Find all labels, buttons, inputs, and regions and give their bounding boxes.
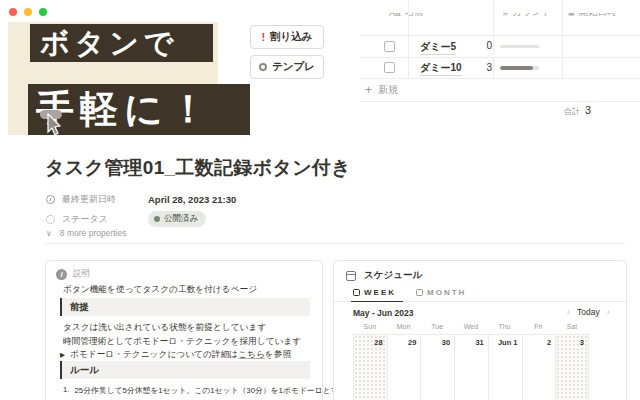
description-callout: i 説明 ボタン機能を使ってタスクの工数を付けるページ 前提 タスクは洗い出され… — [45, 260, 323, 400]
day-header-row: Sun Mon Tue Wed Thu Fri Sat — [353, 323, 589, 330]
schedule-title: スケジュール — [364, 269, 422, 282]
day-header: Wed — [454, 323, 488, 330]
tab-week[interactable]: WEEK — [353, 288, 396, 297]
day-header: Mon — [387, 323, 421, 330]
minimize-window-button[interactable] — [24, 8, 32, 16]
date-label: 28 — [374, 338, 382, 347]
number-column-icon: # — [503, 13, 508, 18]
more-properties-button[interactable]: ∨ 8 more properties — [46, 228, 126, 238]
more-properties-label: 8 more properties — [60, 228, 127, 238]
toggle-link[interactable]: こちら — [238, 349, 265, 359]
aggregate-label: 合計 — [564, 106, 580, 117]
calendar-day-cell[interactable]: 29 — [387, 335, 421, 400]
info-icon: i — [56, 269, 67, 280]
table-header-date: ▦開始日時 — [568, 13, 638, 22]
status-dot-icon — [154, 216, 160, 222]
table-header-row: Aa名前 — [389, 13, 479, 22]
tab-month[interactable]: MONTH — [416, 288, 466, 297]
table-header-count: #カウント — [503, 13, 575, 22]
template-button-label: テンプレ — [272, 60, 315, 74]
toggle-block[interactable]: ▶ ポモドーロ・テクニックについての詳細はこちらを参照 — [60, 349, 291, 361]
exclamation-icon: ! — [261, 31, 265, 43]
interrupt-button-label: 割り込み — [270, 30, 313, 44]
aggregate-value: 3 — [585, 104, 591, 116]
week-tab-icon — [353, 289, 360, 296]
cover-image: ボタンで 手軽に！ — [8, 22, 250, 135]
date-label: 30 — [442, 338, 450, 347]
column-header-startdate[interactable]: 開始日時 — [579, 13, 617, 19]
calendar-icon — [346, 271, 356, 281]
ring-icon — [259, 63, 267, 71]
month-tab-label: MONTH — [427, 288, 466, 297]
next-week-button[interactable]: › — [607, 307, 610, 317]
zoom-window-button[interactable] — [39, 8, 47, 16]
cursor-icon — [36, 108, 70, 135]
schedule-card: スケジュール WEEK MONTH May - Jun 2023 ‹ Today… — [333, 260, 627, 400]
date-column-icon: ▦ — [568, 13, 575, 17]
calendar-day-cell[interactable]: Jun 1 — [488, 335, 522, 400]
calendar-day-cell[interactable]: 2 — [522, 335, 556, 400]
day-header: Thu — [488, 323, 522, 330]
day-header: Sun — [353, 323, 387, 330]
quote-block-premise[interactable]: 前提 — [60, 298, 310, 316]
toggle-text-pre: ポモドーロ・テクニックについての詳細は — [70, 349, 238, 359]
title-column-icon: Aa — [389, 13, 401, 18]
cover-text-line1: ボタンで — [30, 24, 213, 62]
day-header: Tue — [420, 323, 454, 330]
week-grid: 28 29 30 31 Jun 1 2 3 — [353, 334, 589, 400]
status-icon — [46, 215, 55, 224]
quote-block-rules[interactable]: ルール — [60, 361, 310, 379]
column-header-count[interactable]: カウント — [512, 13, 551, 19]
progress-bar — [500, 66, 539, 70]
week-tab-label: WEEK — [364, 288, 396, 297]
status-badge-label: 公開済み — [164, 213, 198, 225]
date-label: 2 — [547, 338, 551, 347]
table-row[interactable]: ダミー5 0 — [360, 35, 640, 57]
table-new-row-button[interactable]: + 新規 — [360, 78, 640, 101]
day-header: Sat — [555, 323, 589, 330]
calendar-range-label: May - Jun 2023 — [353, 308, 413, 318]
month-tab-icon — [416, 289, 423, 296]
tasks-table: Aa名前 #カウント ▦開始日時 ダミー5 0 ダミー10 3 + 新規 合計 — [360, 0, 640, 120]
list-number: 1. — [63, 385, 70, 396]
clock-icon — [46, 195, 55, 204]
chevron-down-icon: ∨ — [46, 229, 52, 238]
table-aggregate[interactable]: 合計 3 — [564, 104, 591, 117]
calendar-day-cell[interactable]: 3 — [555, 335, 589, 400]
callout-intro-text[interactable]: ボタン機能を使ってタスクの工数を付けるページ — [63, 284, 257, 296]
property-row-updated[interactable]: 最終更新日時 April 28, 2023 21:30 — [46, 193, 236, 206]
calendar-day-cell[interactable]: 31 — [454, 335, 488, 400]
page-title[interactable]: タスク管理01_工数記録ボタン付き — [45, 155, 351, 181]
date-label: 3 — [580, 338, 584, 347]
day-header: Fri — [521, 323, 555, 330]
paragraph[interactable]: 時間管理術としてポモドーロ・テクニックを採用しています — [63, 336, 301, 348]
new-row-label: 新規 — [378, 83, 398, 97]
count-value[interactable]: 0 — [450, 40, 492, 51]
count-value[interactable]: 3 — [450, 62, 492, 73]
interrupt-button[interactable]: ! 割り込み — [250, 25, 324, 49]
date-label: Jun 1 — [498, 338, 518, 347]
row-checkbox[interactable] — [384, 62, 395, 73]
template-button[interactable]: テンプレ — [250, 55, 324, 79]
toggle-arrow-icon[interactable]: ▶ — [60, 351, 65, 359]
row-checkbox[interactable] — [384, 41, 395, 52]
today-button[interactable]: Today — [577, 307, 600, 317]
property-label: 最終更新日時 — [62, 193, 148, 206]
status-badge[interactable]: 公開済み — [148, 211, 206, 227]
window-controls — [9, 8, 47, 16]
table-row[interactable]: ダミー10 3 — [360, 57, 640, 78]
close-window-button[interactable] — [9, 8, 17, 16]
property-value[interactable]: April 28, 2023 21:30 — [148, 194, 236, 205]
calendar-day-cell[interactable]: 28 — [353, 335, 387, 400]
numbered-list-item[interactable]: 1. 25分作業して5分休憩を1セット。この1セット（30分）を1ポモドーロとす… — [63, 385, 347, 396]
date-label: 31 — [475, 338, 483, 347]
progress-fill — [500, 66, 533, 70]
calendar-day-cell[interactable]: 30 — [420, 335, 454, 400]
property-row-status[interactable]: ステータス 公開済み — [46, 211, 206, 227]
property-label: ステータス — [62, 213, 148, 226]
progress-bar — [500, 45, 539, 49]
paragraph[interactable]: タスクは洗い出されている状態を前提としています — [63, 322, 266, 334]
prev-week-button[interactable]: ‹ — [567, 307, 570, 317]
active-tab-underline — [351, 301, 403, 303]
toggle-text-post: を参照 — [265, 349, 291, 359]
